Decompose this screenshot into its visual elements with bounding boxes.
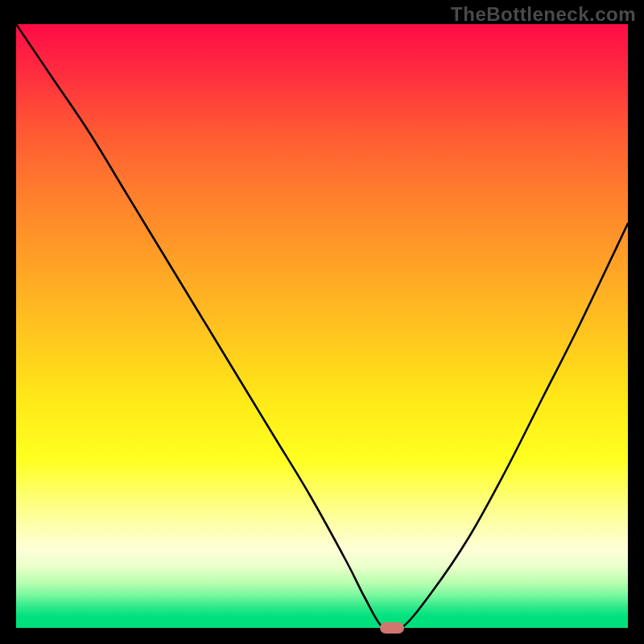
watermark-text: TheBottleneck.com bbox=[451, 3, 636, 26]
chart-frame: TheBottleneck.com bbox=[0, 0, 644, 644]
bottleneck-curve bbox=[16, 24, 628, 628]
plot-area bbox=[16, 24, 628, 628]
optimal-marker bbox=[380, 622, 404, 634]
